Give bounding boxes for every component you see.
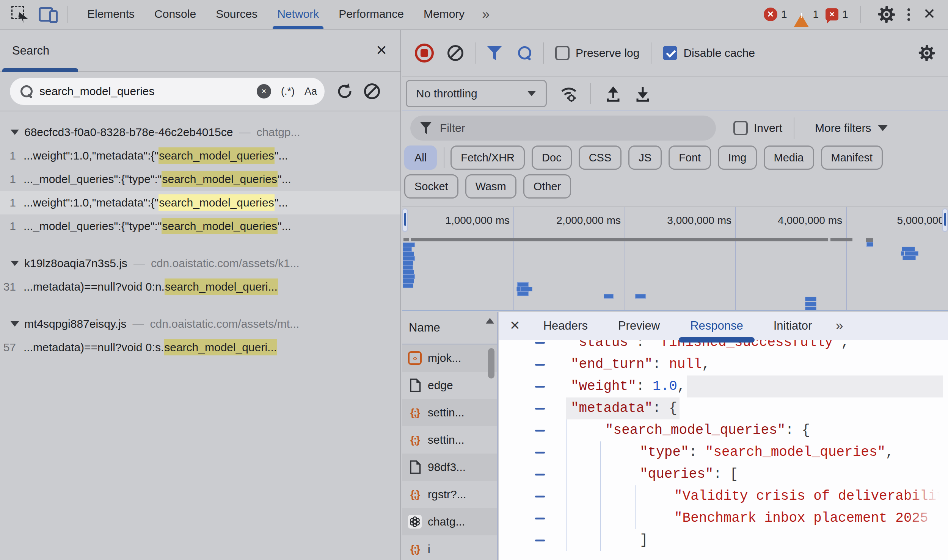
close-search-pane-button[interactable]: × — [376, 39, 387, 60]
preserve-log-label[interactable]: Preserve log — [576, 47, 639, 59]
tab-sources[interactable]: Sources — [206, 0, 267, 29]
tab-console[interactable]: Console — [144, 0, 206, 29]
filter-chip-socket[interactable]: Socket — [404, 174, 458, 199]
request-row[interactable]: {;}rgstr?... — [402, 481, 497, 508]
search-match-row[interactable]: 57...metadata)==null?void 0:s.search_mod… — [0, 336, 400, 359]
waterfall-request-bar[interactable] — [905, 252, 918, 255]
tab-memory[interactable]: Memory — [414, 0, 474, 29]
request-row[interactable]: {;}settin... — [402, 399, 497, 426]
search-result-group-header[interactable]: 68ecfcd3-f0a0-8328-b78e-46c2eb4015ce—cha… — [0, 120, 400, 144]
filter-chip-css[interactable]: CSS — [579, 145, 622, 170]
waterfall-request-bar[interactable] — [403, 279, 414, 283]
request-row[interactable]: chatg... — [402, 508, 497, 535]
fold-marker-icon[interactable] — [535, 496, 545, 497]
clear-network-log-icon[interactable] — [447, 45, 463, 61]
waterfall-request-bar[interactable] — [636, 294, 645, 298]
waterfall-request-bar[interactable] — [902, 247, 915, 251]
fold-marker-icon[interactable] — [535, 540, 545, 541]
waterfall-request-bar[interactable] — [805, 302, 816, 306]
match-case-toggle[interactable]: Aa — [304, 86, 317, 97]
search-result-group-header[interactable]: mt4sqpgi887eisqy.js—cdn.oaistatic.com/as… — [0, 312, 400, 336]
waterfall-request-bar[interactable] — [403, 270, 414, 274]
waterfall-request-bar[interactable] — [403, 252, 414, 256]
fold-marker-icon[interactable] — [535, 364, 545, 366]
request-row[interactable]: ‹›mjok... — [402, 344, 497, 372]
record-network-log-button[interactable] — [415, 44, 434, 63]
waterfall-request-bar[interactable] — [805, 307, 816, 311]
more-detail-tabs-icon[interactable]: » — [827, 318, 849, 334]
regex-toggle[interactable]: (.*) — [281, 86, 295, 97]
waterfall-request-bar[interactable] — [403, 257, 414, 260]
search-tab-label[interactable]: Search — [12, 44, 49, 58]
search-match-row[interactable]: 1...weight":1.0,"metadata":{"search_mode… — [0, 191, 400, 214]
scrollbar-thumb[interactable] — [488, 348, 494, 379]
disable-cache-checkbox[interactable] — [663, 46, 677, 60]
search-result-group-header[interactable]: k19lz8oaqia7n3s5.js—cdn.oaistatic.com/as… — [0, 252, 400, 275]
disable-cache-label[interactable]: Disable cache — [683, 47, 755, 59]
fold-marker-icon[interactable] — [535, 386, 545, 388]
warning-badge-icon[interactable]: ! — [794, 8, 809, 21]
clear-search-icon[interactable]: × — [257, 84, 271, 99]
scroll-up-icon[interactable] — [486, 318, 494, 324]
request-row[interactable]: edge — [402, 372, 497, 399]
filter-chip-media[interactable]: Media — [764, 145, 814, 170]
fold-marker-icon[interactable] — [535, 452, 545, 454]
more-filters-button[interactable]: More filters — [815, 122, 871, 135]
waterfall-request-bar[interactable] — [403, 243, 414, 247]
filter-chip-js[interactable]: JS — [628, 145, 662, 170]
close-detail-icon[interactable]: × — [510, 316, 520, 335]
filter-chip-wasm[interactable]: Wasm — [465, 174, 516, 199]
detail-tab-response[interactable]: Response — [675, 312, 758, 340]
kebab-menu-icon[interactable] — [898, 8, 920, 21]
network-search-icon[interactable] — [518, 46, 532, 60]
close-devtools-button[interactable]: × — [920, 2, 948, 27]
fold-marker-icon[interactable] — [535, 408, 545, 410]
waterfall-request-bar[interactable] — [403, 247, 411, 251]
filter-chip-manifest[interactable]: Manifest — [821, 145, 883, 170]
more-panels-icon[interactable]: » — [474, 6, 495, 22]
waterfall-request-bar[interactable] — [518, 283, 528, 286]
waterfall-request-bar[interactable] — [867, 242, 873, 246]
search-input[interactable]: search_model_queries × (.*) Aa — [10, 78, 325, 105]
fold-marker-icon[interactable] — [535, 342, 545, 344]
waterfall-request-bar[interactable] — [403, 284, 413, 288]
fold-marker-icon[interactable] — [535, 518, 545, 519]
filter-chip-all[interactable]: All — [404, 145, 437, 170]
device-toolbar-icon[interactable] — [39, 6, 58, 23]
overview-scrubber-bar[interactable] — [830, 238, 852, 241]
overview-scrubber-bar[interactable] — [411, 238, 828, 241]
network-conditions-icon[interactable] — [559, 84, 579, 103]
overview-scrubber-bar[interactable] — [403, 238, 409, 241]
search-query-text[interactable]: search_model_queries — [39, 85, 257, 98]
name-column-header[interactable]: Name — [402, 312, 497, 344]
request-row[interactable]: {;}i — [402, 535, 497, 560]
search-match-row[interactable]: 1..._model_queries":{"type":"search_mode… — [0, 167, 400, 191]
filter-chip-other[interactable]: Other — [523, 174, 571, 199]
waterfall-request-bar[interactable] — [403, 275, 414, 278]
issue-badge-icon[interactable]: ✕ — [826, 8, 838, 20]
throttling-dropdown[interactable]: No throttling — [406, 80, 547, 107]
filter-chip-font[interactable]: Font — [669, 145, 711, 170]
response-code-viewer[interactable]: "status": "finished_successfully","end_t… — [499, 340, 948, 560]
invert-label[interactable]: Invert — [754, 122, 782, 135]
tab-network[interactable]: Network — [267, 0, 329, 29]
network-settings-gear-icon[interactable] — [918, 45, 935, 61]
fold-marker-icon[interactable] — [535, 430, 545, 432]
network-filter-input[interactable]: Filter — [410, 116, 716, 141]
search-match-row[interactable]: 31...metadata)==null?void 0:n.search_mod… — [0, 275, 400, 299]
filter-toggle-icon[interactable] — [487, 46, 502, 60]
fold-marker-icon[interactable] — [535, 474, 545, 476]
tab-performance[interactable]: Performance — [329, 0, 414, 29]
tab-elements[interactable]: Elements — [77, 0, 144, 29]
preserve-log-checkbox[interactable] — [555, 46, 570, 60]
request-row[interactable]: 98df3... — [402, 454, 497, 481]
overview-scrubber-bar[interactable] — [866, 238, 873, 242]
detail-tab-initiator[interactable]: Initiator — [758, 312, 827, 340]
filter-chip-img[interactable]: Img — [718, 145, 757, 170]
search-match-row[interactable]: 1...weight":1.0,"metadata":{"search_mode… — [0, 144, 400, 167]
waterfall-request-bar[interactable] — [805, 297, 816, 301]
error-badge-icon[interactable]: ✕ — [764, 8, 777, 21]
detail-tab-preview[interactable]: Preview — [603, 312, 675, 340]
search-match-row[interactable]: 1..._model_queries":{"type":"search_mode… — [0, 214, 400, 238]
waterfall-request-bar[interactable] — [518, 292, 528, 296]
